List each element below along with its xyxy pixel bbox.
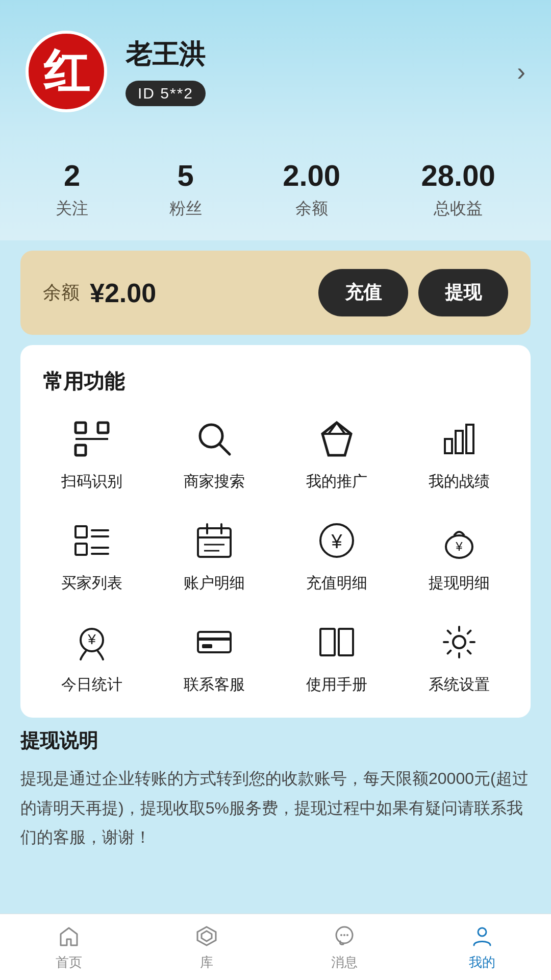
svg-marker-40	[202, 931, 212, 941]
function-recharge-detail[interactable]: ¥ 充值明细	[281, 518, 393, 594]
balance-card-amount: ¥2.00	[90, 278, 156, 308]
credit-card-icon	[191, 619, 237, 665]
yen-circle-icon: ¥	[314, 518, 360, 564]
svg-rect-13	[76, 526, 87, 537]
function-contact-service-label: 联系客服	[184, 674, 245, 695]
notice-section: 提现说明 提现是通过企业转账的方式转到您的收款账号，每天限额20000元(超过的…	[20, 728, 531, 934]
gear-icon	[436, 619, 482, 665]
recharge-button[interactable]: 充值	[318, 269, 408, 316]
svg-rect-33	[202, 644, 212, 648]
stat-total-income[interactable]: 28.00 总收益	[421, 158, 495, 220]
nav-messages[interactable]: 消息	[293, 923, 395, 971]
notice-title: 提现说明	[20, 728, 531, 754]
messages-icon	[331, 923, 358, 949]
svg-text:¥: ¥	[87, 631, 96, 647]
svg-rect-0	[76, 423, 86, 433]
function-system-settings[interactable]: 系统设置	[403, 619, 515, 695]
bar-chart-icon	[436, 416, 482, 462]
stat-following-value: 2	[64, 158, 80, 192]
stats-row: 2 关注 5 粉丝 2.00 余额 28.00 总收益	[0, 133, 551, 240]
function-my-promotion[interactable]: 我的推广	[281, 416, 393, 492]
functions-title: 常用功能	[36, 368, 515, 396]
functions-grid: 扫码识别 商家搜索 我的推广	[36, 416, 515, 695]
profile-id: ID 5**2	[126, 81, 206, 106]
function-recharge-detail-label: 充值明细	[306, 573, 367, 594]
function-scan[interactable]: 扫码识别	[36, 416, 148, 492]
stat-balance-value: 2.00	[283, 158, 340, 192]
function-merchant-search-label: 商家搜索	[184, 471, 245, 492]
function-contact-service[interactable]: 联系客服	[158, 619, 270, 695]
svg-rect-2	[76, 445, 86, 455]
svg-rect-12	[466, 425, 473, 453]
svg-point-43	[343, 934, 345, 936]
balance-left: 余额 ¥2.00	[43, 278, 156, 308]
function-user-manual-label: 使用手册	[306, 674, 367, 695]
function-buyer-list-label: 买家列表	[61, 573, 122, 594]
function-today-stats-label: 今日统计	[61, 674, 122, 695]
function-system-settings-label: 系统设置	[429, 674, 490, 695]
function-buyer-list[interactable]: 买家列表	[36, 518, 148, 594]
stat-fans[interactable]: 5 粉丝	[169, 158, 202, 220]
function-withdraw-detail[interactable]: ¥ 提现明细	[403, 518, 515, 594]
function-account-detail[interactable]: 账户明细	[158, 518, 270, 594]
svg-rect-1	[98, 423, 108, 433]
list-icon	[69, 518, 115, 564]
scan-icon	[69, 416, 115, 462]
nav-library-label: 库	[200, 953, 213, 971]
calendar-icon	[191, 518, 237, 564]
stat-total-income-label: 总收益	[434, 198, 483, 220]
function-user-manual[interactable]: 使用手册	[281, 619, 393, 695]
profile-chevron-icon[interactable]: ›	[517, 57, 525, 86]
diamond-icon	[314, 416, 360, 462]
svg-rect-31	[198, 632, 231, 652]
home-icon	[56, 923, 82, 949]
profile-header: 红 老王洪 ID 5**2 ›	[0, 0, 551, 133]
function-merchant-search[interactable]: 商家搜索	[158, 416, 270, 492]
stats-hand-icon: ¥	[69, 619, 115, 665]
notice-text: 提现是通过企业转账的方式转到您的收款账号，每天限额20000元(超过的请明天再提…	[20, 764, 531, 852]
function-withdraw-detail-label: 提现明细	[429, 573, 490, 594]
money-bag-icon: ¥	[436, 518, 482, 564]
svg-marker-6	[322, 423, 351, 455]
library-icon	[193, 923, 220, 949]
avatar-char: 红	[43, 48, 89, 94]
stat-fans-label: 粉丝	[169, 198, 202, 220]
stat-balance[interactable]: 2.00 余额	[283, 158, 340, 220]
stat-following-label: 关注	[56, 198, 88, 220]
withdraw-button[interactable]: 提现	[418, 269, 508, 316]
nav-home[interactable]: 首页	[18, 923, 120, 971]
svg-rect-35	[339, 629, 353, 655]
svg-point-44	[346, 934, 348, 936]
stat-following[interactable]: 2 关注	[56, 158, 88, 220]
svg-point-45	[478, 928, 486, 936]
svg-rect-14	[76, 544, 87, 555]
function-my-performance[interactable]: 我的战绩	[403, 416, 515, 492]
nav-mine-label: 我的	[469, 953, 495, 971]
function-today-stats[interactable]: ¥ 今日统计	[36, 619, 148, 695]
function-scan-label: 扫码识别	[61, 471, 122, 492]
nav-messages-label: 消息	[331, 953, 358, 971]
nav-mine[interactable]: 我的	[431, 923, 533, 971]
svg-rect-19	[198, 528, 231, 557]
book-open-icon	[314, 619, 360, 665]
nav-library[interactable]: 库	[156, 923, 258, 971]
balance-card: 余额 ¥2.00 充值 提现	[20, 251, 531, 335]
svg-point-38	[453, 636, 465, 648]
svg-text:¥: ¥	[455, 540, 463, 553]
profile-name: 老王洪	[126, 37, 498, 72]
svg-rect-11	[456, 431, 463, 453]
svg-text:¥: ¥	[331, 531, 342, 552]
svg-rect-34	[320, 629, 335, 655]
balance-buttons: 充值 提现	[318, 269, 508, 316]
svg-marker-39	[197, 927, 216, 945]
function-my-performance-label: 我的战绩	[429, 471, 490, 492]
avatar[interactable]: 红	[26, 31, 107, 112]
function-my-promotion-label: 我的推广	[306, 471, 367, 492]
functions-card: 常用功能 扫码识别 商家搜索	[20, 345, 531, 718]
balance-card-label: 余额	[43, 280, 80, 305]
stat-balance-label: 余额	[295, 198, 328, 220]
svg-rect-10	[445, 439, 452, 453]
nav-home-label: 首页	[56, 953, 82, 971]
svg-point-42	[340, 934, 342, 936]
mine-icon	[469, 923, 495, 949]
